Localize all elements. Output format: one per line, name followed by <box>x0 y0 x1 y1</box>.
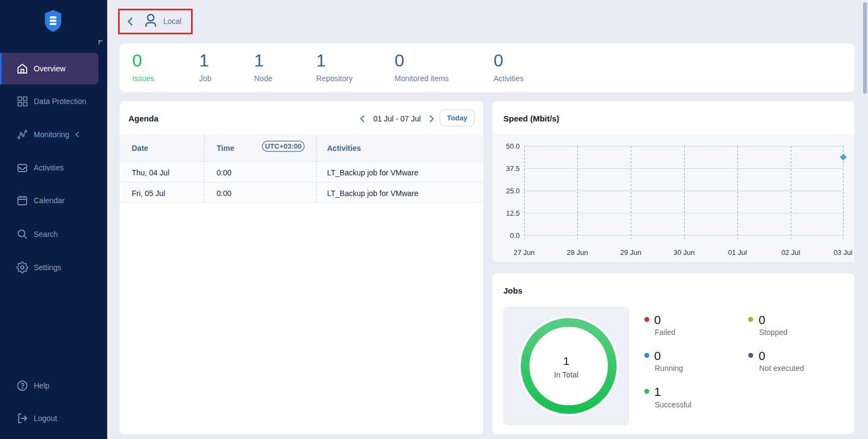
svg-text:30 Jun: 30 Jun <box>673 248 694 257</box>
svg-text:25.0: 25.0 <box>506 187 520 195</box>
svg-text:28 Jun: 28 Jun <box>567 248 588 257</box>
svg-text:03 Jul: 03 Jul <box>834 248 853 257</box>
svg-text:01 Jul: 01 Jul <box>728 248 747 257</box>
svg-text:50.0: 50.0 <box>506 142 520 150</box>
svg-text:02 Jul: 02 Jul <box>781 248 801 257</box>
svg-text:37.5: 37.5 <box>506 164 520 173</box>
svg-text:27 Jun: 27 Jun <box>513 248 534 257</box>
svg-text:29 Jun: 29 Jun <box>620 248 641 257</box>
svg-text:0.0: 0.0 <box>510 231 520 240</box>
svg-text:12.5: 12.5 <box>506 209 520 217</box>
